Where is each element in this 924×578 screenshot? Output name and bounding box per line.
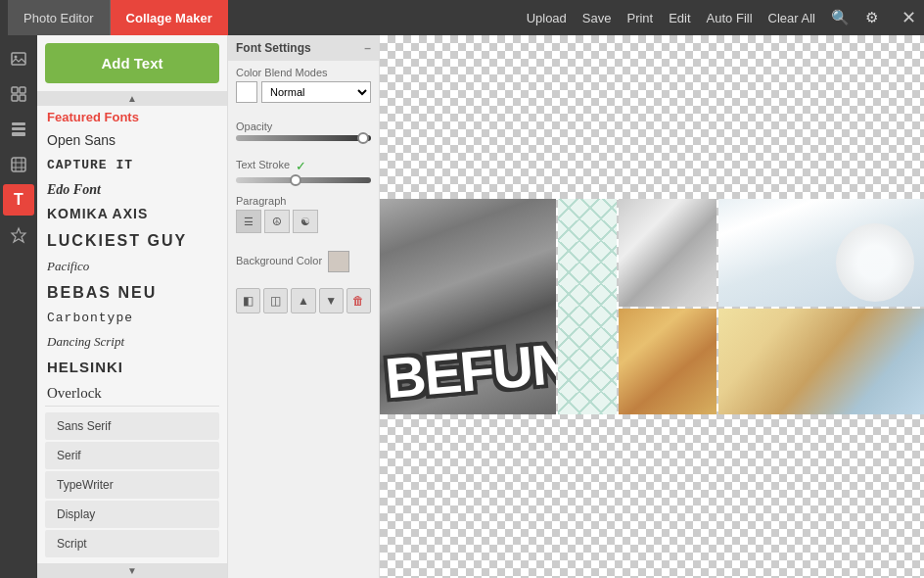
- font-item-carbontype[interactable]: Carbontype: [47, 307, 217, 330]
- top-bar-actions: Upload Save Print Edit Auto Fill Clear A…: [527, 7, 916, 28]
- collage-canvas: BEFUNKY: [380, 199, 924, 414]
- svg-point-1: [15, 56, 18, 59]
- paragraph-align-row: ☰ ☮ ☯: [236, 210, 371, 233]
- tab-photo-editor[interactable]: Photo Editor: [8, 0, 111, 35]
- align-center-btn[interactable]: ☮: [264, 210, 290, 233]
- scroll-up[interactable]: ▲: [37, 91, 227, 106]
- svg-rect-7: [12, 127, 25, 130]
- opacity-slider-row: [236, 135, 371, 141]
- align-right-btn[interactable]: ☯: [293, 210, 318, 233]
- svg-rect-2: [12, 87, 18, 93]
- svg-rect-4: [12, 95, 18, 101]
- font-item-pacifico[interactable]: Pacifico: [47, 255, 217, 278]
- category-typewriter[interactable]: TypeWriter: [45, 471, 219, 499]
- cell-cat-top-left: [619, 199, 716, 307]
- sidebar-icon-grid[interactable]: [3, 114, 34, 145]
- bg-color-row: Background Color: [236, 251, 371, 272]
- layer-down-btn[interactable]: ▼: [319, 288, 344, 313]
- bg-color-section: Background Color: [228, 245, 379, 284]
- font-item-edo[interactable]: Edo Font: [47, 177, 217, 203]
- left-sidebar: T: [0, 35, 37, 578]
- opacity-section: Opacity: [228, 115, 379, 153]
- font-list: Open Sans CAPTURE IT Edo Font KOMIKA AXI…: [37, 126, 227, 404]
- sidebar-icon-layout[interactable]: [3, 78, 34, 110]
- font-item-open-sans[interactable]: Open Sans: [47, 128, 217, 154]
- canvas-area[interactable]: BEFUNKY: [380, 35, 924, 578]
- cell-pattern: [558, 199, 617, 414]
- svg-rect-5: [20, 95, 25, 101]
- edit-btn[interactable]: Edit: [669, 11, 690, 25]
- settings-panel: Font Settings – Color Blend Modes Normal…: [228, 35, 380, 578]
- color-swatch[interactable]: [236, 81, 257, 103]
- opacity-track[interactable]: [236, 135, 371, 141]
- stroke-row: Text Stroke ✓: [236, 159, 371, 173]
- svg-rect-3: [20, 87, 25, 93]
- stroke-checkbox[interactable]: ✓: [296, 159, 306, 173]
- color-blend-label: Color Blend Modes: [236, 67, 371, 78]
- category-display[interactable]: Display: [45, 501, 219, 528]
- scroll-down[interactable]: ▼: [37, 563, 227, 578]
- upload-btn[interactable]: Upload: [527, 11, 567, 25]
- settings-minimize[interactable]: –: [364, 41, 371, 55]
- bg-color-swatch[interactable]: [328, 251, 349, 272]
- font-item-bebas[interactable]: BEBAS NEU: [47, 279, 217, 307]
- bg-color-label: Background Color: [236, 255, 322, 266]
- svg-rect-8: [12, 132, 25, 136]
- close-button[interactable]: ✕: [901, 7, 916, 28]
- align-left-btn[interactable]: ☰: [236, 210, 261, 233]
- color-blend-section: Color Blend Modes Normal Multiply Screen…: [228, 61, 379, 115]
- text-stroke-label: Text Stroke: [236, 159, 290, 170]
- blend-mode-row: Normal Multiply Screen Overlay: [236, 81, 371, 103]
- sidebar-icon-stickers[interactable]: [3, 219, 34, 251]
- font-item-overlock[interactable]: Overlock: [47, 380, 217, 404]
- category-sans-serif[interactable]: Sans Serif: [45, 412, 219, 440]
- sidebar-icon-effects[interactable]: [3, 149, 34, 180]
- featured-fonts-label: Featured Fonts: [37, 106, 227, 126]
- font-item-dancing[interactable]: Dancing Script: [47, 330, 217, 354]
- layer-style-btn[interactable]: ◫: [263, 288, 288, 313]
- cell-bw-cat: BEFUNKY: [380, 199, 556, 414]
- main-layout: T Add Text ▲ Featured Fonts Open Sans CA…: [0, 35, 924, 578]
- cell-cat-top-right: [718, 199, 924, 307]
- search-icon[interactable]: 🔍: [831, 9, 850, 26]
- font-item-luckiest[interactable]: LUCKIEST GUY: [47, 227, 217, 255]
- paragraph-label: Paragraph: [236, 195, 371, 207]
- font-categories: Sans Serif Serif TypeWriter Display Scri…: [37, 409, 227, 563]
- paragraph-section: Paragraph ☰ ☮ ☯: [228, 189, 379, 245]
- font-item-capture[interactable]: CAPTURE IT: [47, 154, 217, 177]
- svg-rect-9: [12, 158, 25, 171]
- print-btn[interactable]: Print: [626, 11, 653, 25]
- font-item-helsinki[interactable]: HELSINKI: [47, 354, 217, 380]
- category-script[interactable]: Script: [45, 530, 219, 557]
- font-panel: Add Text ▲ Featured Fonts Open Sans CAPT…: [37, 35, 228, 578]
- blend-mode-select[interactable]: Normal Multiply Screen Overlay: [261, 81, 371, 103]
- tab-collage-maker[interactable]: Collage Maker: [111, 0, 228, 35]
- cell-tabby-cat: [619, 309, 716, 414]
- sidebar-icon-image[interactable]: [3, 43, 34, 74]
- settings-icon[interactable]: ⚙: [865, 9, 878, 26]
- category-serif[interactable]: Serif: [45, 442, 219, 469]
- opacity-label: Opacity: [236, 120, 371, 132]
- settings-header: Font Settings –: [228, 35, 379, 61]
- svg-marker-14: [12, 228, 25, 242]
- auto-fill-btn[interactable]: Auto Fill: [707, 11, 753, 25]
- cell-bread-cat: [718, 309, 924, 414]
- layer-fill-btn[interactable]: ◧: [236, 288, 260, 313]
- add-text-button[interactable]: Add Text: [45, 43, 219, 83]
- svg-rect-0: [12, 53, 25, 65]
- clear-all-btn[interactable]: Clear All: [768, 11, 815, 25]
- stroke-thumb[interactable]: [290, 174, 301, 186]
- stroke-slider[interactable]: [236, 177, 371, 183]
- font-item-komika[interactable]: KOMIKA AXIS: [47, 202, 217, 227]
- layer-delete-btn[interactable]: 🗑: [346, 288, 371, 313]
- opacity-thumb[interactable]: [357, 132, 369, 144]
- svg-rect-6: [12, 122, 25, 125]
- layer-up-btn[interactable]: ▲: [291, 288, 315, 313]
- text-stroke-section: Text Stroke ✓: [228, 153, 379, 189]
- sidebar-icon-text[interactable]: T: [3, 184, 34, 216]
- layer-tools: ◧ ◫ ▲ ▼ 🗑: [228, 284, 379, 317]
- save-btn[interactable]: Save: [582, 11, 612, 25]
- top-bar: Photo Editor Collage Maker Upload Save P…: [0, 0, 924, 35]
